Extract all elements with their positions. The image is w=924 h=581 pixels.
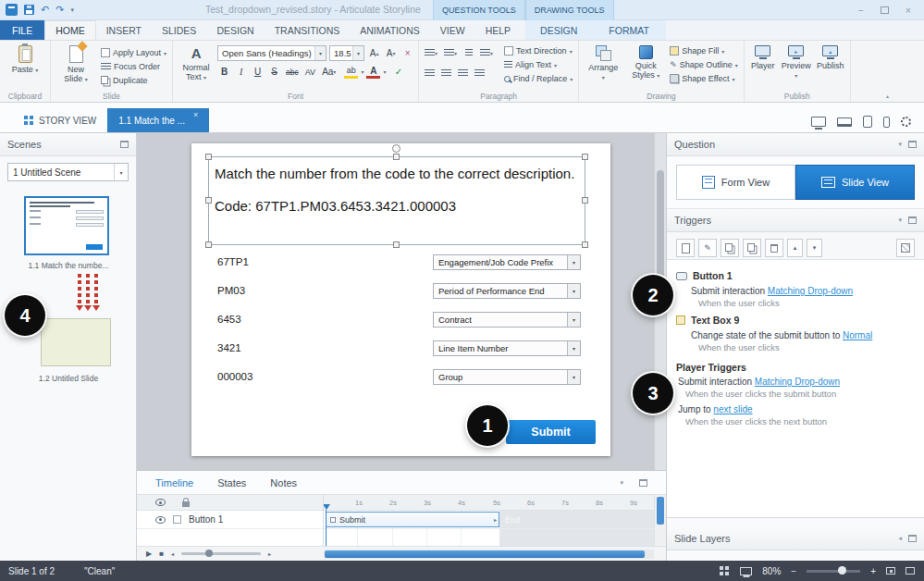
laptop-preview-icon[interactable] xyxy=(837,117,852,127)
tab-insert[interactable]: INSERT xyxy=(96,20,152,40)
fullscreen-icon[interactable] xyxy=(906,567,915,575)
story-view-toggle-icon[interactable] xyxy=(720,566,723,570)
find-replace-button[interactable]: Find / Replace▾ xyxy=(502,73,574,84)
shape-outline-button[interactable]: ✎Shape Outline▾ xyxy=(668,59,740,70)
slide-thumbnail-2[interactable] xyxy=(41,318,111,366)
chevron-down-icon[interactable]: ▾ xyxy=(567,341,580,355)
lock-checkbox[interactable] xyxy=(173,515,181,524)
collapse-ribbon-icon[interactable]: ▴ xyxy=(886,93,889,99)
float-panel-icon[interactable] xyxy=(908,535,917,542)
resize-handle[interactable] xyxy=(393,154,400,160)
preview-button[interactable]: ▸ Preview ▾ xyxy=(780,43,813,90)
tab-file[interactable]: FILE xyxy=(0,20,44,40)
code-label[interactable]: PM03 xyxy=(217,285,245,296)
tab-states[interactable]: States xyxy=(217,477,246,488)
trigger-item-jump-next[interactable]: Jump to next slide When the user clicks … xyxy=(667,402,924,430)
apply-layout-button[interactable]: Apply Layout▾ xyxy=(99,47,168,58)
trigger-link[interactable]: Matching Drop-down xyxy=(755,377,840,387)
tab-animations[interactable]: ANIMATIONS xyxy=(350,20,430,40)
resize-handle[interactable] xyxy=(205,197,212,204)
chevron-down-icon[interactable]: ▾ xyxy=(114,164,128,180)
zoom-slider-thumb[interactable] xyxy=(838,566,846,575)
form-view-button[interactable]: Form View xyxy=(676,165,795,200)
move-trigger-down-button[interactable]: ▾ xyxy=(807,239,822,257)
slide-stage[interactable]: Match the number from the code to the co… xyxy=(191,143,610,456)
align-right-button[interactable] xyxy=(456,67,470,80)
slide-view-toggle-icon[interactable] xyxy=(740,567,752,575)
save-icon[interactable] xyxy=(24,5,34,15)
resize-handle[interactable] xyxy=(582,241,588,248)
tab-home[interactable]: HOME xyxy=(44,20,96,40)
move-trigger-up-button[interactable]: ▴ xyxy=(787,239,803,257)
fit-to-window-icon[interactable] xyxy=(886,567,895,575)
code-label[interactable]: 6453 xyxy=(217,314,241,325)
numbering-button[interactable]: ▾ xyxy=(442,46,459,60)
tab-view[interactable]: VIEW xyxy=(430,20,475,40)
trigger-item-change-state[interactable]: Change state of the submit button to Nor… xyxy=(667,328,924,356)
underline-button[interactable]: U xyxy=(251,65,265,79)
collapse-chevron-icon[interactable]: ▾ xyxy=(620,479,623,487)
float-panel-icon[interactable] xyxy=(639,479,647,487)
play-button[interactable]: ▶ xyxy=(146,550,152,558)
font-size-combobox[interactable]: 18.5 ▾ xyxy=(329,45,364,61)
trigger-group-textbox9[interactable]: Text Box 9 xyxy=(667,312,924,328)
resize-handle[interactable] xyxy=(205,241,212,248)
quick-styles-button[interactable]: Quick Styles ▾ xyxy=(625,43,666,90)
slide-view-button[interactable]: Slide View xyxy=(795,165,915,200)
float-panel-icon[interactable] xyxy=(908,216,917,224)
desktop-preview-icon[interactable] xyxy=(811,117,826,127)
resize-handle[interactable] xyxy=(582,154,588,160)
tablet-preview-icon[interactable] xyxy=(863,116,872,128)
chevron-down-icon[interactable]: ▾ xyxy=(567,284,580,298)
bullets-button[interactable]: ▾ xyxy=(423,46,439,60)
focus-order-button[interactable]: Focus Order xyxy=(99,61,168,72)
trigger-item-submit-player[interactable]: Submit interaction Matching Drop-down Wh… xyxy=(667,375,924,402)
dropdown-4[interactable]: Line Item Number ▾ xyxy=(433,340,581,356)
line-spacing-button[interactable]: ▾ xyxy=(478,46,495,60)
resize-handle[interactable] xyxy=(582,197,588,204)
italic-button[interactable]: I xyxy=(234,65,248,79)
font-color-button[interactable]: A xyxy=(366,65,380,79)
chevron-down-icon[interactable]: ▾ xyxy=(361,68,363,75)
collapse-chevron-icon[interactable]: ◂ xyxy=(898,535,902,542)
timeline-zoom-slider[interactable] xyxy=(181,552,261,555)
trigger-link[interactable]: Matching Drop-down xyxy=(768,286,853,296)
justify-button[interactable] xyxy=(473,67,487,80)
undo-icon[interactable]: ↶ xyxy=(41,4,49,16)
lock-icon[interactable] xyxy=(182,501,190,507)
tab-help[interactable]: HELP xyxy=(475,20,521,40)
chevron-down-icon[interactable]: ▾ xyxy=(383,68,386,75)
chevron-down-icon[interactable]: ▾ xyxy=(567,370,580,384)
clear-formatting-button[interactable]: × xyxy=(400,46,414,60)
trigger-link[interactable]: next slide xyxy=(713,404,752,414)
spell-check-button[interactable]: ✓ xyxy=(391,65,405,79)
code-label[interactable]: 000003 xyxy=(217,371,253,382)
dropdown-3[interactable]: Contract ▾ xyxy=(433,312,581,328)
tab-transitions[interactable]: TRANSITIONS xyxy=(265,20,351,40)
maximize-button[interactable] xyxy=(881,6,889,14)
redo-icon[interactable]: ↷ xyxy=(55,4,64,16)
grow-font-button[interactable]: A▴ xyxy=(367,46,381,60)
close-button[interactable]: × xyxy=(902,6,915,16)
eye-icon[interactable] xyxy=(155,499,166,506)
timeline-object-bar[interactable]: Submit ▸ xyxy=(326,512,499,527)
align-center-button[interactable] xyxy=(439,67,453,80)
edit-trigger-button[interactable]: ✎ xyxy=(698,239,717,257)
resize-handle[interactable] xyxy=(205,154,212,160)
tab-notes[interactable]: Notes xyxy=(270,477,297,488)
change-case-button[interactable]: Aa▾ xyxy=(320,65,338,79)
code-label[interactable]: 3421 xyxy=(217,342,241,353)
paste-trigger-button[interactable] xyxy=(743,239,761,257)
dropdown-1[interactable]: Engagement/Job Code Prefix ▾ xyxy=(433,254,581,270)
slide-thumbnail-1[interactable] xyxy=(24,196,109,255)
gear-icon[interactable] xyxy=(901,117,911,127)
player-button[interactable]: Player xyxy=(748,43,778,90)
tab-story-view[interactable]: STORY VIEW xyxy=(13,108,107,132)
code-label[interactable]: 67TP1 xyxy=(217,256,249,267)
strikethrough-button[interactable]: S xyxy=(267,65,281,79)
trigger-group-button1[interactable]: Button 1 xyxy=(667,267,924,284)
phone-preview-icon[interactable] xyxy=(883,117,890,128)
font-family-combobox[interactable]: Open Sans (Headings) ▾ xyxy=(217,45,326,61)
align-left-button[interactable] xyxy=(423,67,437,80)
highlight-color-button[interactable]: ab xyxy=(344,65,358,79)
